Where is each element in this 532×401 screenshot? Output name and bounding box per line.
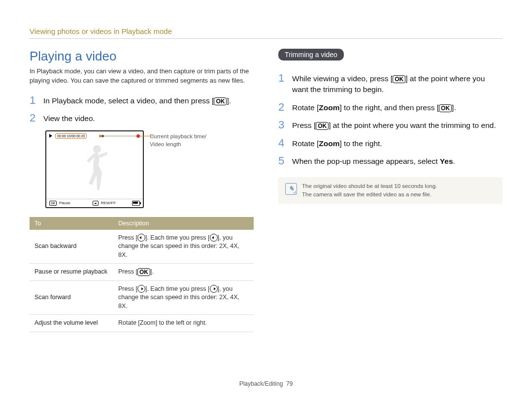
- step-text: When the pop-up message appears, select …: [292, 155, 455, 167]
- video-frame: 00:00:10/00:00:20: [45, 130, 144, 208]
- skater-silhouette-icon: [75, 143, 114, 195]
- table-row: Scan forward Press []. Each time you pre…: [30, 280, 254, 315]
- page: Viewing photos or videos in Playback mod…: [0, 0, 532, 401]
- battery-icon: [132, 201, 140, 206]
- table-cell-to: Scan backward: [30, 230, 113, 264]
- left-arrow-icon: [210, 234, 218, 242]
- sub-heading-trimming: Trimming a video: [278, 49, 344, 61]
- note-text: The original video should be at least 10…: [302, 182, 437, 199]
- step-text: While viewing a video, press [OK] at the…: [292, 72, 502, 95]
- left-arrow-icon: [137, 234, 145, 242]
- table-header-description: Description: [113, 217, 254, 230]
- playback-time: 00:00:10/00:00:20: [55, 133, 87, 139]
- callout-line2: Video length: [150, 140, 206, 148]
- table-cell-to: Adjust the volume level: [30, 315, 113, 332]
- footer-section: Playback/Editing: [239, 380, 283, 387]
- video-top-bar: 00:00:10/00:00:20: [46, 131, 143, 140]
- table-header-to: To: [30, 217, 113, 230]
- right-steps: 1 While viewing a video, press [OK] at t…: [278, 72, 502, 167]
- table-cell-desc: Press []. Each time you press [], you ch…: [113, 230, 254, 264]
- callout-line1: Current playback time/: [150, 132, 206, 140]
- page-footer: Playback/Editing 79: [0, 380, 532, 387]
- right-column: Trimming a video 1 While viewing a video…: [278, 49, 502, 332]
- table-row: Adjust the volume level Rotate [Zoom] to…: [30, 315, 254, 332]
- video-bottom-bar: OK Pause ◂▸ REW/FF: [46, 199, 143, 207]
- right-arrow-icon: [210, 285, 218, 293]
- ok-icon: OK: [393, 75, 405, 83]
- step-4: 4 Rotate [Zoom] to the right.: [278, 137, 502, 149]
- left-steps: 1 In Playback mode, select a video, and …: [30, 94, 254, 124]
- step-text: Press [OK] at the point where you want t…: [292, 119, 496, 131]
- record-indicator-icon: [136, 134, 140, 138]
- page-title: Playing a video: [30, 49, 254, 64]
- step-number: 3: [278, 119, 292, 131]
- step-number: 4: [278, 137, 292, 149]
- step-1: 1 In Playback mode, select a video, and …: [30, 94, 254, 106]
- left-column: Playing a video In Playback mode, you ca…: [30, 49, 254, 332]
- step-2: 2 View the video.: [30, 112, 254, 124]
- right-arrow-icon: [137, 285, 145, 293]
- note-icon: ✎: [285, 183, 297, 195]
- progress-dots: [101, 135, 132, 137]
- step-number: 1: [278, 72, 292, 84]
- table-row: Scan backward Press []. Each time you pr…: [30, 230, 254, 264]
- rewff-label: REW/FF: [101, 201, 116, 205]
- left-right-mini-icon: ◂▸: [93, 201, 99, 206]
- step-number: 2: [30, 112, 43, 124]
- ok-icon: OK: [316, 122, 329, 130]
- video-body: [46, 140, 143, 199]
- step-5: 5 When the pop-up message appears, selec…: [278, 155, 502, 167]
- step-3: 3 Press [OK] at the point where you want…: [278, 119, 502, 131]
- ok-icon: OK: [137, 268, 150, 276]
- step-1: 1 While viewing a video, press [OK] at t…: [278, 72, 502, 95]
- table-cell-to: Pause or resume playback: [30, 264, 113, 281]
- table-row: Pause or resume playback Press [OK].: [30, 264, 254, 281]
- note-box: ✎ The original video should be at least …: [278, 177, 502, 204]
- ok-icon: OK: [214, 97, 227, 105]
- pause-label: Pause: [59, 201, 70, 205]
- step-text: Rotate [Zoom] to the right, and then pre…: [292, 101, 456, 113]
- divider: [30, 38, 502, 39]
- step-text-pre: In Playback mode, select a video, and th…: [43, 96, 214, 105]
- intro-text: In Playback mode, you can view a video, …: [30, 67, 254, 86]
- step-text: View the video.: [43, 112, 95, 124]
- step-text: Rotate [Zoom] to the right.: [292, 137, 382, 149]
- callout-text: Current playback time/ Video length: [150, 130, 206, 148]
- step-text-post: ].: [227, 96, 231, 105]
- video-illustration-row: 00:00:10/00:00:20: [45, 130, 254, 208]
- controls-table: To Description Scan backward Press []. E…: [30, 217, 254, 332]
- svg-point-0: [93, 145, 101, 153]
- step-number: 2: [278, 101, 292, 113]
- table-cell-desc: Press []. Each time you press [], you ch…: [113, 280, 254, 315]
- ok-mini-icon: OK: [49, 201, 57, 206]
- footer-page: 79: [286, 380, 293, 387]
- table-cell-desc: Press [OK].: [113, 264, 254, 281]
- ok-icon: OK: [439, 104, 452, 112]
- table-cell-to: Scan forward: [30, 280, 113, 315]
- breadcrumb: Viewing photos or videos in Playback mod…: [30, 27, 502, 35]
- note-line1: The original video should be at least 10…: [302, 182, 437, 190]
- step-number: 5: [278, 155, 292, 167]
- table-cell-desc: Rotate [Zoom] to the left or right.: [113, 315, 254, 332]
- play-icon: [49, 134, 52, 138]
- content-columns: Playing a video In Playback mode, you ca…: [30, 49, 502, 332]
- step-2: 2 Rotate [Zoom] to the right, and then p…: [278, 101, 502, 113]
- step-number: 1: [30, 94, 43, 106]
- note-line2: The camera will save the edited video as…: [302, 190, 437, 199]
- step-text: In Playback mode, select a video, and th…: [43, 94, 231, 106]
